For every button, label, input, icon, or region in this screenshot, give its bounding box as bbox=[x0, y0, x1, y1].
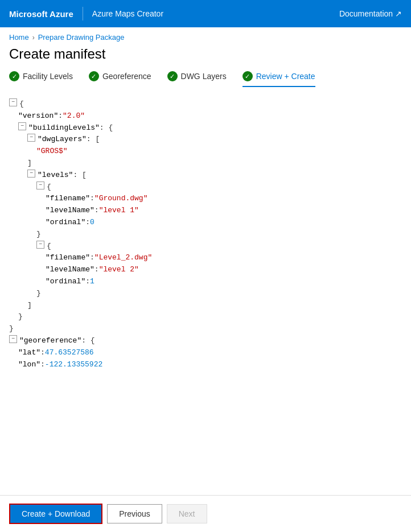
collapse-levels[interactable]: − bbox=[27, 170, 35, 178]
breadcrumb-separator: › bbox=[32, 34, 35, 42]
json-dwglayers-close: ] bbox=[9, 158, 402, 170]
json-level2-levelname: "levelName" : "level 2" bbox=[9, 264, 402, 276]
json-levels-close: ] bbox=[9, 300, 402, 312]
tab-label-review: Review + Create bbox=[256, 72, 315, 81]
topbar: Microsoft Azure Azure Maps Creator Docum… bbox=[0, 0, 411, 27]
json-level1-ordinal: "ordinal" : 0 bbox=[9, 217, 402, 229]
docs-label: Documentation ↗ bbox=[339, 9, 402, 18]
topbar-divider bbox=[83, 7, 83, 20]
json-dwglayers-open: − "dwgLayers" : [ bbox=[9, 134, 402, 146]
json-georeference-open: − "georeference" : { bbox=[9, 335, 402, 347]
topbar-sub: Azure Maps Creator bbox=[92, 9, 163, 18]
tab-label-facility: Facility Levels bbox=[23, 72, 73, 81]
json-level1-levelname: "levelName" : "level 1" bbox=[9, 205, 402, 217]
json-lat: "lat" : 47.63527586 bbox=[9, 347, 402, 359]
tab-check-facility: ✓ bbox=[9, 71, 19, 81]
json-level2-close: } bbox=[9, 288, 402, 300]
collapse-dwglayers[interactable]: − bbox=[27, 134, 35, 142]
topbar-docs-link[interactable]: Documentation ↗ bbox=[339, 9, 402, 18]
tab-check-geo: ✓ bbox=[89, 71, 99, 81]
page-title: Create manifest bbox=[0, 44, 411, 71]
json-buildinglevels-close: } bbox=[9, 311, 402, 323]
tab-label-dwg: DWG Layers bbox=[181, 72, 227, 81]
json-levels-open: − "levels" : [ bbox=[9, 170, 402, 182]
breadcrumb: Home › Prepare Drawing Package bbox=[0, 27, 411, 44]
tab-dwg-layers[interactable]: ✓ DWG Layers bbox=[167, 71, 227, 87]
tabs-container: ✓ Facility Levels ✓ Georeference ✓ DWG L… bbox=[0, 71, 411, 87]
previous-button[interactable]: Previous bbox=[107, 504, 162, 523]
json-lon: "lon" : -122.13355922 bbox=[9, 359, 402, 371]
breadcrumb-current[interactable]: Prepare Drawing Package bbox=[38, 33, 125, 42]
json-level1-open: − { bbox=[9, 182, 402, 193]
json-root-open: − { bbox=[9, 98, 402, 110]
tab-facility-levels[interactable]: ✓ Facility Levels bbox=[9, 71, 73, 87]
json-level2-filename: "filename" : "Level_2.dwg" bbox=[9, 252, 402, 264]
tab-check-review: ✓ bbox=[243, 71, 253, 81]
next-button: Next bbox=[167, 504, 207, 523]
brand-name: Microsoft Azure bbox=[9, 9, 73, 19]
json-level2-ordinal: "ordinal" : 1 bbox=[9, 276, 402, 288]
tab-georeference[interactable]: ✓ Georeference bbox=[89, 71, 151, 87]
breadcrumb-home[interactable]: Home bbox=[9, 33, 29, 42]
json-buildinglevels-open: − "buildingLevels" : { bbox=[9, 122, 402, 134]
collapse-level2[interactable]: − bbox=[36, 241, 44, 249]
json-level1-filename: "filename" : "Ground.dwg" bbox=[9, 193, 402, 205]
tab-review-create[interactable]: ✓ Review + Create bbox=[243, 71, 315, 87]
tab-check-dwg: ✓ bbox=[167, 71, 178, 81]
json-dwglayers-item: "GROS$" bbox=[9, 146, 402, 158]
collapse-root[interactable]: − bbox=[9, 98, 17, 106]
tab-label-geo: Georeference bbox=[102, 72, 151, 81]
json-level2-open: − { bbox=[9, 241, 402, 253]
footer: Create + Download Previous Next bbox=[0, 495, 411, 532]
json-version: "version" : "2.0" bbox=[9, 110, 402, 122]
create-download-button[interactable]: Create + Download bbox=[9, 504, 102, 524]
collapse-level1[interactable]: − bbox=[36, 182, 44, 189]
collapse-buildinglevels[interactable]: − bbox=[18, 122, 26, 130]
collapse-geo[interactable]: − bbox=[9, 335, 17, 343]
json-level1-close: } bbox=[9, 229, 402, 241]
json-viewer: − { "version" : "2.0" − "buildingLevels"… bbox=[0, 94, 411, 375]
json-root-close: } bbox=[9, 323, 402, 335]
